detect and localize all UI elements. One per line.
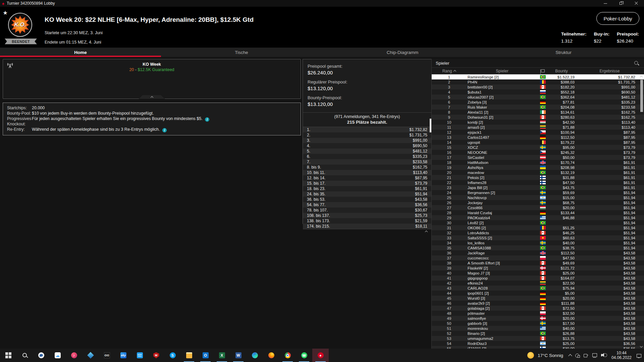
poker-lobby-button[interactable]: Poker-Lobby — [596, 12, 639, 25]
table-row[interactable]: 36 JackRage $112,50 $43,58 — [432, 250, 644, 255]
table-row[interactable]: 29 PAOKxatzis4 $46,88 $51,94 — [432, 215, 644, 220]
table-row[interactable]: 34 los_krillos $40,00 $51,94 — [432, 240, 644, 245]
table-row[interactable]: 22 Inflames28 $47,50 $61,91 — [432, 180, 644, 185]
skype-icon[interactable]: S — [164, 349, 181, 362]
table-row[interactable]: 2 Ph4N $388,03 $1.731,75 — [432, 79, 644, 84]
table-row[interactable]: 3 brettsterr00 [2] $182,20 $991,00 — [432, 84, 644, 89]
taskbar-clock[interactable]: 10:44 04.06.2022 — [611, 351, 632, 360]
close-button[interactable] — [629, 0, 644, 7]
table-row[interactable]: 8 Alexlai11 [2] $134,61 $162,75 — [432, 110, 644, 115]
table-row[interactable]: 25 Nachitovcp $15,00 $51,94 — [432, 195, 644, 200]
table-row[interactable]: 35 CAMISA1088 $38,75 $51,94 — [432, 245, 644, 250]
action-center-icon[interactable] — [637, 354, 641, 358]
network-icon[interactable] — [592, 353, 597, 358]
table-row[interactable]: 15 XDCZ $95,00 $73,79 — [432, 145, 644, 150]
table-row[interactable]: 6 Zobelya [3] $77,81 $335,23 — [432, 100, 644, 105]
start-icon[interactable] — [0, 349, 16, 362]
column-header-name[interactable]: Spieler — [467, 69, 538, 73]
meet-now-icon[interactable] — [575, 354, 579, 358]
tab-home[interactable]: Home — [0, 48, 161, 57]
column-header-flag[interactable] — [538, 69, 548, 72]
scroll-down-icon[interactable] — [640, 345, 643, 348]
show-hidden-icons-chevron[interactable] — [568, 354, 572, 358]
collapse-banner-handle[interactable] — [139, 95, 165, 99]
chrome-icon[interactable] — [279, 349, 296, 362]
whatsapp-icon[interactable]: ☎ — [296, 349, 312, 362]
table-row[interactable]: 14 ugospit $179,22 $87,95 — [432, 140, 644, 145]
volume-icon[interactable] — [601, 353, 606, 358]
icloud-icon[interactable]: ☁ — [49, 349, 66, 362]
table-row[interactable]: 11 arnas5 [2] $71,88 $113,40 — [432, 125, 644, 130]
players-scrollbar-thumb[interactable] — [640, 80, 643, 112]
info-icon[interactable]: i — [205, 117, 209, 122]
collapse-payouts-handle[interactable] — [303, 229, 431, 233]
table-row[interactable]: 17 SirCastiel $50,00 $73,79 — [432, 155, 644, 160]
table-row[interactable]: 19 AshoNya $208,98 $61,91 — [432, 165, 644, 170]
edge-icon[interactable] — [247, 349, 263, 362]
table-row[interactable]: 33 SaltaSSSS [2] $60,63 $51,94 — [432, 235, 644, 240]
table-row[interactable]: 44 ipop0601 [2] $5,00 $43,58 — [432, 291, 644, 296]
table-row[interactable]: 9 Dohwsun31 [2] $280,63 $162,75 — [432, 115, 644, 120]
minimize-button[interactable] — [598, 0, 613, 7]
table-row[interactable]: 21 Peksis [2] $31,88 $61,91 — [432, 175, 644, 180]
table-row[interactable]: 38 A Smooth Effort [3] $49,69 $43,58 — [432, 260, 644, 265]
table-row[interactable]: 27 Czsolt66 $20,00 $51,94 — [432, 205, 644, 210]
tab-struktur[interactable]: Struktur — [483, 48, 644, 57]
table-row[interactable]: 46 avatar2k9 [2] $111,88 $43,58 — [432, 301, 644, 306]
players-scrollbar[interactable] — [640, 74, 644, 349]
table-row[interactable]: 54 RodriDiaz3 $25,00 $36,56 — [432, 341, 644, 346]
table-row[interactable]: 4 $ubuta1 $552,18 $690,50 — [432, 89, 644, 95]
table-row[interactable]: 26 Jockejay $68,75 $51,94 — [432, 200, 644, 205]
table-row[interactable]: 52 Binario [2] $26,88 $43,58 — [432, 331, 644, 336]
table-row[interactable]: 39 FlaskeW [2] $121,72 $43,58 — [432, 265, 644, 270]
tab-chip-diagramm[interactable]: Chip-Diagramm — [322, 48, 483, 57]
info-icon[interactable]: i — [162, 128, 167, 132]
table-row[interactable]: 32 LotroAddicts $46,25 $51,94 — [432, 230, 644, 235]
table-row[interactable]: 1 RamiresRange [2] $1.522,19 $1.732,82 — [432, 74, 644, 79]
table-row[interactable]: 37 cuccmecocc $47,50 $43,58 — [432, 255, 644, 260]
table-row[interactable]: 28 Harald Czudaj $133,44 $51,94 — [432, 210, 644, 215]
table-row[interactable]: 48 pötmaster $32,50 $43,58 — [432, 311, 644, 316]
table-row[interactable]: 47 golabiaga [2] $72,50 $43,58 — [432, 306, 644, 311]
mcafee-icon[interactable]: M — [148, 349, 164, 362]
table-row[interactable]: 42 efkinis24 $22,50 $43,58 — [432, 281, 644, 286]
table-row[interactable]: 53 ummagumma2 $13,75 $43,58 — [432, 336, 644, 341]
ggpoker-icon[interactable]: GG — [99, 349, 115, 362]
table-row[interactable]: 5 oilucas2007 [2] $362,64 $481,12 — [432, 95, 644, 100]
table-row[interactable]: 50 gabborb [3] $17,50 $43,58 — [432, 321, 644, 326]
table-row[interactable]: 49 salmonflye $20,00 $43,58 — [432, 316, 644, 321]
word-icon[interactable]: W — [230, 349, 247, 362]
table-row[interactable]: 55 iT11011 [2] $30,00 $36,56 — [432, 346, 644, 349]
apple-music-icon[interactable]: ♪ — [66, 349, 82, 362]
table-row[interactable]: 7 Ruis Maker $204,08 $233,58 — [432, 105, 644, 110]
file-explorer-icon[interactable] — [181, 349, 197, 362]
column-header-rank[interactable]: Rang — [432, 69, 467, 73]
favorite-star-icon[interactable]: ★ — [3, 9, 8, 16]
pokerstars-icon[interactable]: ♠ — [312, 349, 329, 362]
table-row[interactable]: 23 Japa Bill [2] $43,75 $61,91 — [432, 185, 644, 190]
diamond-app-icon[interactable] — [82, 349, 99, 362]
table-row[interactable]: 30 Léo82 [2] $51,94 — [432, 220, 644, 225]
scroll-up-icon[interactable] — [640, 76, 643, 78]
search-icon[interactable] — [634, 61, 639, 66]
table-row[interactable]: 13 Carlos11497 $112,50 $87,95 — [432, 135, 644, 140]
table-row[interactable]: 45 Wurst0 [3] $20,00 $43,58 — [432, 296, 644, 301]
table-row[interactable]: 40 Magoo J7 [3] $25,00 $43,58 — [432, 270, 644, 276]
column-header-result[interactable]: Ergebnisse — [575, 69, 644, 73]
search-icon[interactable] — [16, 349, 33, 362]
chat-app-icon[interactable] — [33, 349, 49, 362]
weather-sun-icon[interactable] — [527, 352, 534, 359]
table-row[interactable]: 41 gipgopgoop $164,07 $43,58 — [432, 276, 644, 281]
sky-icon[interactable]: sky — [115, 349, 131, 362]
firefox-icon[interactable] — [263, 349, 279, 362]
table-row[interactable]: 20 macedow $132,19 $61,91 — [432, 170, 644, 175]
restore-button[interactable] — [613, 0, 629, 7]
prime-video-icon[interactable]: prime video — [131, 349, 148, 362]
table-row[interactable]: 24 Bergmannen [2] $59,69 $51,94 — [432, 190, 644, 195]
table-row[interactable]: 12 ejsjack1 $100,94 $87,95 — [432, 130, 644, 135]
excel-icon[interactable]: X — [214, 349, 230, 362]
table-row[interactable]: 51 morereskou $40,00 $43,58 — [432, 326, 644, 331]
table-row[interactable]: 31 OKO86 [2] $51,25 $51,94 — [432, 225, 644, 230]
outlook-icon[interactable]: O — [197, 349, 214, 362]
usb-icon[interactable] — [583, 353, 588, 358]
